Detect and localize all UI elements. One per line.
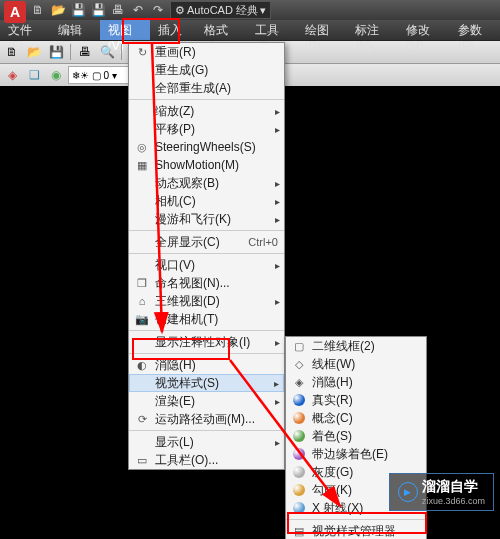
motion-icon: ⟳ — [133, 411, 151, 427]
menu-item-label: 平移(P) — [155, 121, 278, 138]
menu-item-label: 重画(R) — [155, 44, 278, 61]
submenu-item-label: 视觉样式管理器 — [312, 523, 420, 540]
print-icon[interactable]: 🖶 — [110, 2, 126, 18]
menu-item-label: 全部重生成(A) — [155, 80, 278, 97]
menu-modify[interactable]: 修改(M) — [398, 20, 450, 40]
submenu-item[interactable]: ◈消隐(H) — [286, 373, 426, 391]
submenu-item-label: 着色(S) — [312, 428, 420, 445]
save-icon[interactable]: 💾 — [70, 2, 86, 18]
save-icon[interactable]: 💾 — [46, 42, 66, 62]
separator — [129, 253, 284, 254]
menu-item[interactable]: 📷创建相机(T) — [129, 310, 284, 328]
menu-item[interactable]: ⟳运动路径动画(M)... — [129, 410, 284, 428]
submenu-item-label: 线框(W) — [312, 356, 420, 373]
redo-icon[interactable]: ↷ — [150, 2, 166, 18]
menu-file[interactable]: 文件(F) — [0, 20, 50, 40]
layer-combo[interactable]: ❄☀ ▢ 0 ▾ — [68, 66, 136, 84]
submenu-item[interactable]: ◇线框(W) — [286, 355, 426, 373]
sketch-icon — [290, 482, 308, 498]
layerstate-icon[interactable]: ❏ — [24, 65, 44, 85]
chevron-down-icon: ▾ — [260, 4, 266, 17]
camera-icon: 📷 — [133, 311, 151, 327]
menu-item[interactable]: 平移(P) — [129, 120, 284, 138]
workspace-label: AutoCAD 经典 — [187, 3, 258, 18]
menu-item-label: 渲染(E) — [155, 393, 278, 410]
menu-item[interactable]: 全部重生成(A) — [129, 79, 284, 97]
redraw-icon: ↻ — [133, 44, 151, 60]
menu-item[interactable]: ▭工具栏(O)... — [129, 451, 284, 469]
preview-icon[interactable]: 🔍 — [97, 42, 117, 62]
submenu-item[interactable]: 真实(R) — [286, 391, 426, 409]
workspace-selector[interactable]: ⚙ AutoCAD 经典 ▾ — [170, 1, 271, 19]
new-icon[interactable]: 🗎 — [2, 42, 22, 62]
menu-item-label: 缩放(Z) — [155, 103, 278, 120]
menubar: 文件(F) 编辑(E) 视图(V) 插入(I) 格式(O) 工具(T) 绘图(D… — [0, 20, 500, 41]
menu-item-label: 动态观察(B) — [155, 175, 278, 192]
menu-item-label: 漫游和飞行(K) — [155, 211, 278, 228]
shaded-icon — [290, 428, 308, 444]
blank-icon — [133, 393, 151, 409]
menu-insert[interactable]: 插入(I) — [150, 20, 196, 40]
hide-icon: ◐ — [133, 357, 151, 373]
separator — [129, 230, 284, 231]
menu-item-label: 三维视图(D) — [155, 293, 278, 310]
saveas-icon[interactable]: 💾 — [90, 2, 106, 18]
menu-item[interactable]: ▦ShowMotion(M) — [129, 156, 284, 174]
submenu-item[interactable]: 着色(S) — [286, 427, 426, 445]
menu-view[interactable]: 视图(V) — [100, 20, 150, 40]
menu-item[interactable]: ⌂三维视图(D) — [129, 292, 284, 310]
layermatch-icon[interactable]: ◉ — [46, 65, 66, 85]
menu-param[interactable]: 参数(P) — [450, 20, 500, 40]
wire3d-icon: ◇ — [290, 356, 308, 372]
menu-dim[interactable]: 标注(N) — [347, 20, 398, 40]
menu-format[interactable]: 格式(O) — [196, 20, 247, 40]
menu-item-label: 全屏显示(C) — [155, 234, 248, 251]
menu-item[interactable]: ◎SteeringWheels(S) — [129, 138, 284, 156]
gray-icon — [290, 464, 308, 480]
print-icon[interactable]: 🖶 — [75, 42, 95, 62]
separator — [129, 99, 284, 100]
submenu-item[interactable]: ▢二维线框(2) — [286, 337, 426, 355]
menu-item[interactable]: ❐命名视图(N)... — [129, 274, 284, 292]
menu-edit[interactable]: 编辑(E) — [50, 20, 100, 40]
menu-draw[interactable]: 绘图(D) — [297, 20, 348, 40]
submenu-item[interactable]: 带边缘着色(E) — [286, 445, 426, 463]
menu-item[interactable]: 重生成(G) — [129, 61, 284, 79]
menu-item-label: 消隐(H) — [155, 357, 278, 374]
menu-item[interactable]: 全屏显示(C)Ctrl+0 — [129, 233, 284, 251]
separator — [286, 519, 426, 520]
hidden-icon: ◈ — [290, 374, 308, 390]
submenu-item-label: 概念(C) — [312, 410, 420, 427]
separator — [121, 44, 122, 60]
menu-item[interactable]: 相机(C) — [129, 192, 284, 210]
submenu-item[interactable]: 概念(C) — [286, 409, 426, 427]
blank-icon — [133, 80, 151, 96]
menu-item[interactable]: 视觉样式(S) — [129, 374, 284, 392]
submenu-item-label: 带边缘着色(E) — [312, 446, 420, 463]
layer-icon[interactable]: ◈ — [2, 65, 22, 85]
open-icon[interactable]: 📂 — [50, 2, 66, 18]
submenu-item-label: 消隐(H) — [312, 374, 420, 391]
menu-item[interactable]: 显示注释性对象(I) — [129, 333, 284, 351]
menu-item[interactable]: 漫游和飞行(K) — [129, 210, 284, 228]
open-icon[interactable]: 📂 — [24, 42, 44, 62]
menu-item[interactable]: ↻重画(R) — [129, 43, 284, 61]
vsmgr-icon: ▤ — [290, 523, 308, 539]
menu-item[interactable]: 缩放(Z) — [129, 102, 284, 120]
undo-icon[interactable]: ↶ — [130, 2, 146, 18]
watermark-url: zixue.3d66.com — [422, 496, 485, 506]
submenu-item[interactable]: ▤视觉样式管理器 — [286, 522, 426, 539]
menu-item[interactable]: 显示(L) — [129, 433, 284, 451]
play-icon: ▶ — [398, 482, 418, 502]
menu-item[interactable]: ◐消隐(H) — [129, 356, 284, 374]
new-icon[interactable]: 🗎 — [30, 2, 46, 18]
menu-tools[interactable]: 工具(T) — [247, 20, 297, 40]
menu-item[interactable]: 动态观察(B) — [129, 174, 284, 192]
conceptual-icon — [290, 410, 308, 426]
menu-item[interactable]: 渲染(E) — [129, 392, 284, 410]
menu-item[interactable]: 视口(V) — [129, 256, 284, 274]
menu-item-label: 运动路径动画(M)... — [155, 411, 278, 428]
menu-item-label: 视口(V) — [155, 257, 278, 274]
menu-item-label: 视觉样式(S) — [155, 375, 278, 392]
separator — [129, 353, 284, 354]
